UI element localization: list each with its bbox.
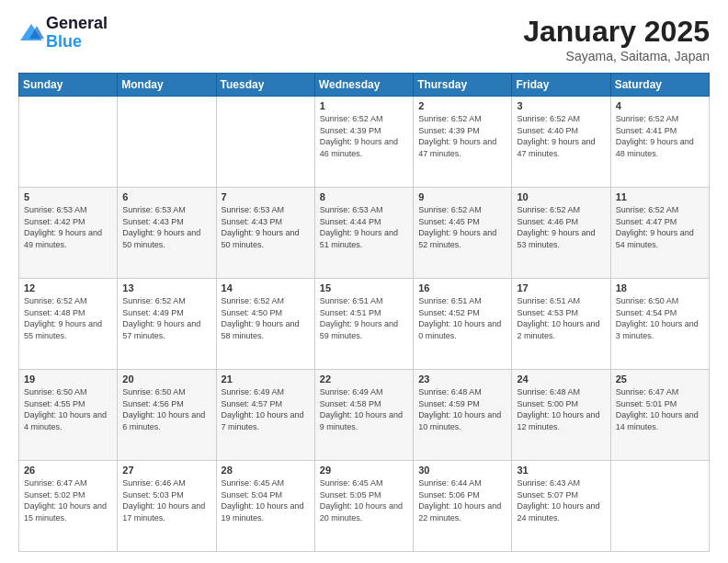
day-info: Sunrise: 6:48 AMSunset: 4:59 PMDaylight:…: [418, 386, 506, 432]
calendar-day-cell: 17Sunrise: 6:51 AMSunset: 4:53 PMDayligh…: [512, 279, 610, 370]
calendar-day-cell: [118, 97, 216, 188]
day-info: Sunrise: 6:52 AMSunset: 4:39 PMDaylight:…: [418, 113, 506, 159]
day-number: 16: [418, 282, 506, 293]
calendar-day-header: Tuesday: [216, 74, 314, 97]
calendar-day-cell: 9Sunrise: 6:52 AMSunset: 4:45 PMDaylight…: [414, 188, 512, 279]
day-number: 29: [320, 465, 408, 476]
calendar-day-cell: 10Sunrise: 6:52 AMSunset: 4:46 PMDayligh…: [512, 188, 610, 279]
day-info: Sunrise: 6:52 AMSunset: 4:49 PMDaylight:…: [122, 295, 210, 341]
calendar-day-cell: 29Sunrise: 6:45 AMSunset: 5:05 PMDayligh…: [314, 461, 413, 552]
day-info: Sunrise: 6:43 AMSunset: 5:07 PMDaylight:…: [517, 477, 605, 523]
calendar-day-cell: 6Sunrise: 6:53 AMSunset: 4:43 PMDaylight…: [118, 188, 216, 279]
location: Sayama, Saitama, Japan: [523, 49, 710, 63]
title-block: January 2025 Sayama, Saitama, Japan: [523, 15, 710, 63]
month-title: January 2025: [523, 15, 710, 49]
day-info: Sunrise: 6:49 AMSunset: 4:58 PMDaylight:…: [320, 386, 408, 432]
day-number: 15: [320, 282, 408, 293]
day-number: 20: [122, 373, 210, 385]
day-info: Sunrise: 6:50 AMSunset: 4:56 PMDaylight:…: [122, 386, 210, 432]
day-number: 25: [616, 373, 704, 385]
calendar-day-cell: [610, 461, 709, 552]
calendar-day-cell: 28Sunrise: 6:45 AMSunset: 5:04 PMDayligh…: [216, 461, 314, 552]
day-info: Sunrise: 6:44 AMSunset: 5:06 PMDaylight:…: [418, 477, 506, 523]
page: GeneralBlue January 2025 Sayama, Saitama…: [0, 0, 728, 563]
calendar-day-cell: 26Sunrise: 6:47 AMSunset: 5:02 PMDayligh…: [19, 461, 118, 552]
day-info: Sunrise: 6:53 AMSunset: 4:43 PMDaylight:…: [122, 204, 210, 250]
day-info: Sunrise: 6:52 AMSunset: 4:50 PMDaylight:…: [222, 295, 310, 341]
calendar-day-cell: 15Sunrise: 6:51 AMSunset: 4:51 PMDayligh…: [314, 279, 413, 370]
day-info: Sunrise: 6:49 AMSunset: 4:57 PMDaylight:…: [222, 386, 310, 432]
day-number: 19: [24, 373, 112, 385]
calendar-day-cell: 13Sunrise: 6:52 AMSunset: 4:49 PMDayligh…: [118, 279, 216, 370]
day-number: 14: [222, 282, 310, 293]
day-info: Sunrise: 6:52 AMSunset: 4:40 PMDaylight:…: [517, 113, 605, 159]
day-number: 1: [320, 100, 408, 111]
day-number: 24: [517, 373, 605, 385]
day-info: Sunrise: 6:52 AMSunset: 4:45 PMDaylight:…: [418, 204, 506, 250]
calendar-day-cell: 7Sunrise: 6:53 AMSunset: 4:43 PMDaylight…: [216, 188, 314, 279]
day-number: 17: [517, 282, 605, 293]
calendar-day-header: Saturday: [610, 74, 709, 97]
day-info: Sunrise: 6:52 AMSunset: 4:41 PMDaylight:…: [616, 113, 704, 159]
day-info: Sunrise: 6:45 AMSunset: 5:05 PMDaylight:…: [320, 477, 408, 523]
day-number: 6: [122, 191, 210, 202]
calendar-day-cell: 30Sunrise: 6:44 AMSunset: 5:06 PMDayligh…: [414, 461, 512, 552]
day-number: 11: [616, 191, 704, 202]
day-number: 23: [418, 373, 506, 385]
calendar-day-cell: 18Sunrise: 6:50 AMSunset: 4:54 PMDayligh…: [610, 279, 709, 370]
day-number: 13: [122, 282, 210, 293]
calendar-day-header: Sunday: [19, 74, 118, 97]
day-info: Sunrise: 6:51 AMSunset: 4:51 PMDaylight:…: [320, 295, 408, 341]
day-number: 7: [222, 191, 310, 202]
calendar-day-cell: 11Sunrise: 6:52 AMSunset: 4:47 PMDayligh…: [610, 188, 709, 279]
day-info: Sunrise: 6:53 AMSunset: 4:42 PMDaylight:…: [24, 204, 112, 250]
day-info: Sunrise: 6:51 AMSunset: 4:52 PMDaylight:…: [418, 295, 506, 341]
day-number: 26: [24, 465, 112, 476]
day-number: 9: [418, 191, 506, 202]
day-number: 28: [222, 465, 310, 476]
day-info: Sunrise: 6:47 AMSunset: 5:01 PMDaylight:…: [616, 386, 704, 432]
calendar-week-row: 5Sunrise: 6:53 AMSunset: 4:42 PMDaylight…: [19, 188, 710, 279]
calendar-day-header: Thursday: [414, 74, 512, 97]
day-info: Sunrise: 6:47 AMSunset: 5:02 PMDaylight:…: [24, 477, 112, 523]
calendar-day-cell: 1Sunrise: 6:52 AMSunset: 4:39 PMDaylight…: [314, 97, 413, 188]
calendar-day-cell: 4Sunrise: 6:52 AMSunset: 4:41 PMDaylight…: [610, 97, 709, 188]
calendar-day-cell: 12Sunrise: 6:52 AMSunset: 4:48 PMDayligh…: [19, 279, 118, 370]
calendar-week-row: 1Sunrise: 6:52 AMSunset: 4:39 PMDaylight…: [19, 97, 710, 188]
calendar-day-cell: 23Sunrise: 6:48 AMSunset: 4:59 PMDayligh…: [414, 370, 512, 461]
day-info: Sunrise: 6:52 AMSunset: 4:47 PMDaylight:…: [616, 204, 704, 250]
calendar-day-cell: 14Sunrise: 6:52 AMSunset: 4:50 PMDayligh…: [216, 279, 314, 370]
day-info: Sunrise: 6:50 AMSunset: 4:55 PMDaylight:…: [24, 386, 112, 432]
calendar-day-cell: 27Sunrise: 6:46 AMSunset: 5:03 PMDayligh…: [118, 461, 216, 552]
calendar-day-cell: 25Sunrise: 6:47 AMSunset: 5:01 PMDayligh…: [610, 370, 709, 461]
day-number: 30: [418, 465, 506, 476]
day-info: Sunrise: 6:53 AMSunset: 4:44 PMDaylight:…: [320, 204, 408, 250]
calendar-day-cell: 21Sunrise: 6:49 AMSunset: 4:57 PMDayligh…: [216, 370, 314, 461]
day-number: 31: [517, 465, 605, 476]
day-number: 4: [616, 100, 704, 111]
calendar-day-cell: 5Sunrise: 6:53 AMSunset: 4:42 PMDaylight…: [19, 188, 118, 279]
day-info: Sunrise: 6:53 AMSunset: 4:43 PMDaylight:…: [222, 204, 310, 250]
logo-icon: [18, 22, 44, 44]
calendar-day-cell: 19Sunrise: 6:50 AMSunset: 4:55 PMDayligh…: [19, 370, 118, 461]
day-number: 8: [320, 191, 408, 202]
calendar-day-header: Monday: [118, 74, 216, 97]
calendar-week-row: 12Sunrise: 6:52 AMSunset: 4:48 PMDayligh…: [19, 279, 710, 370]
day-info: Sunrise: 6:52 AMSunset: 4:46 PMDaylight:…: [517, 204, 605, 250]
day-number: 22: [320, 373, 408, 385]
calendar-day-cell: 16Sunrise: 6:51 AMSunset: 4:52 PMDayligh…: [414, 279, 512, 370]
calendar-day-cell: 31Sunrise: 6:43 AMSunset: 5:07 PMDayligh…: [512, 461, 610, 552]
day-number: 10: [517, 191, 605, 202]
calendar-day-cell: 8Sunrise: 6:53 AMSunset: 4:44 PMDaylight…: [314, 188, 413, 279]
calendar-day-cell: [216, 97, 314, 188]
calendar-day-cell: 3Sunrise: 6:52 AMSunset: 4:40 PMDaylight…: [512, 97, 610, 188]
calendar-week-row: 26Sunrise: 6:47 AMSunset: 5:02 PMDayligh…: [19, 461, 710, 552]
day-number: 2: [418, 100, 506, 111]
header: GeneralBlue January 2025 Sayama, Saitama…: [18, 15, 710, 63]
day-number: 27: [122, 465, 210, 476]
calendar-day-cell: 24Sunrise: 6:48 AMSunset: 5:00 PMDayligh…: [512, 370, 610, 461]
day-info: Sunrise: 6:50 AMSunset: 4:54 PMDaylight:…: [616, 295, 704, 341]
calendar-day-cell: 20Sunrise: 6:50 AMSunset: 4:56 PMDayligh…: [118, 370, 216, 461]
day-number: 12: [24, 282, 112, 293]
day-number: 21: [222, 373, 310, 385]
